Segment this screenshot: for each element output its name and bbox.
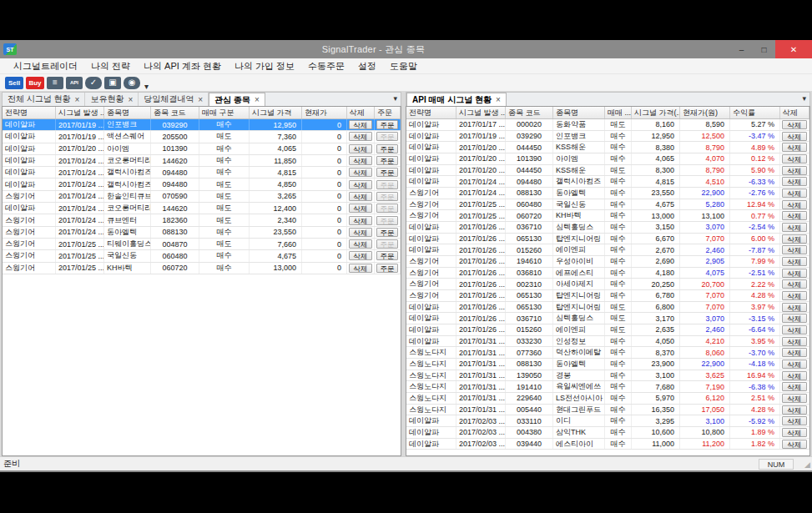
column-header[interactable]: 수익률 (730, 107, 780, 118)
tab-close-icon[interactable]: × (128, 95, 133, 104)
menu-item-0[interactable]: 시그널트레이더 (7, 58, 84, 74)
table-row[interactable]: 데이알파2017/01/19 ...액션스퀘어205500매도7,3600삭제주… (3, 131, 401, 143)
delete-button[interactable]: 삭제 (349, 168, 372, 177)
delete-button[interactable]: 삭제 (782, 394, 807, 403)
delete-button[interactable]: 삭제 (782, 337, 807, 346)
delete-button[interactable]: 삭제 (782, 303, 807, 312)
delete-button[interactable]: 삭제 (349, 204, 372, 213)
table-row[interactable]: 스윙기어2017/01/24 ...큐브엔터182360매도2,3400삭제주문 (3, 214, 401, 226)
tab-close-icon[interactable]: × (255, 95, 260, 104)
column-header[interactable]: 시그널 발생 ... (56, 107, 104, 118)
delete-button[interactable]: 삭제 (782, 405, 807, 415)
antenna-icon[interactable]: ◉ (124, 77, 140, 89)
tab-close-icon[interactable]: × (496, 95, 501, 104)
delete-button[interactable]: 삭제 (349, 144, 372, 153)
tab-close-icon[interactable]: × (75, 95, 80, 104)
tab-전체-시그널-현황[interactable]: 전체 시그널 현황× (3, 93, 85, 106)
delete-button[interactable]: 삭제 (782, 348, 807, 357)
table-row[interactable]: 데이알파2017/01/20 ...아이엠101390매수4,0650삭제주문 (3, 143, 401, 155)
table-row[interactable]: 데이알파2017/01/26 ...015260에이엔피매도2,6352,460… (406, 324, 809, 336)
delete-button[interactable]: 삭제 (782, 132, 807, 141)
table-row[interactable]: 데이알파2017/01/19 ...039290인포뱅크매수12,95012,5… (406, 131, 809, 143)
tab-보유현황[interactable]: 보유현황× (85, 93, 139, 106)
column-header[interactable]: 삭제 (780, 107, 809, 118)
table-row[interactable]: 스윙기어2017/01/25 ...국일신동060480매수4,6750삭제주문 (3, 250, 401, 262)
toolbar-overflow-icon[interactable]: ▾ (144, 83, 149, 91)
delete-button[interactable]: 삭제 (782, 143, 807, 152)
tab-list-dropdown-icon[interactable]: ▾ (802, 94, 806, 103)
menu-item-2[interactable]: 나의 API 계좌 현황 (137, 58, 228, 74)
table-row[interactable]: 스윙기어2017/01/26 ...036810에프에스티매수4,1804,07… (406, 268, 809, 279)
delete-button[interactable]: 삭제 (782, 211, 807, 220)
order-button[interactable]: 주문 (376, 251, 398, 260)
table-row[interactable]: 데이알파2017/01/26 ...036710심텍홀딩스매수3,1503,07… (406, 222, 809, 234)
column-header[interactable]: 시그널 가격(... (632, 107, 680, 118)
delete-button[interactable]: 삭제 (782, 189, 807, 198)
close-button[interactable]: ✕ (775, 40, 812, 58)
delete-button[interactable]: 삭제 (782, 166, 807, 175)
delete-button[interactable]: 삭제 (349, 156, 372, 165)
column-header[interactable]: 시그널 가격 (250, 107, 302, 118)
delete-button[interactable]: 삭제 (782, 269, 807, 278)
table-row[interactable]: 데이알파2017/02/03 ...004380삼익THK매수10,60010,… (406, 427, 809, 439)
tab-list-dropdown-icon[interactable]: ▾ (393, 94, 397, 103)
delete-button[interactable]: 삭제 (782, 245, 807, 254)
order-button[interactable]: 주문 (376, 156, 398, 165)
delete-button[interactable]: 삭제 (349, 264, 372, 273)
delete-button[interactable]: 삭제 (782, 416, 807, 425)
minimize-button[interactable]: – (730, 40, 753, 58)
table-row[interactable]: 데이알파2017/01/24 ...코오롱머티리얼144620매수11,8500… (3, 155, 401, 167)
delete-button[interactable]: 삭제 (782, 120, 807, 129)
table-row[interactable]: 스윙노다지2017/01/31 ...139050경봉매수3,1003,6251… (406, 370, 809, 382)
table-row[interactable]: 데이알파2017/01/20 ...044450KSS해운매도8,3008,79… (406, 165, 809, 177)
table-row[interactable]: 스윙기어2017/01/26 ...002310아세아제지매수20,25020,… (406, 279, 809, 290)
delete-button[interactable]: 삭제 (349, 216, 372, 225)
delete-button[interactable]: 삭제 (349, 239, 372, 249)
table-row[interactable]: 데이알파2017/01/26 ...036710심텍홀딩스매도3,1703,07… (406, 313, 809, 324)
table-row[interactable]: 데이알파2017/01/24 ...갤럭시아컴즈094480매수4,8150삭제… (3, 167, 401, 179)
tab-api-signal[interactable]: API 매매 시그널 현황× (406, 93, 507, 106)
order-button[interactable]: 주문 (376, 264, 398, 273)
menu-item-6[interactable]: 도움말 (383, 58, 424, 74)
table-row[interactable]: 스윙노다지2017/01/31 ...005440현대그린푸드매수16,3501… (406, 405, 809, 416)
delete-button[interactable]: 삭제 (349, 251, 372, 260)
delete-button[interactable]: 삭제 (782, 234, 807, 244)
order-button[interactable]: 주문 (376, 168, 398, 177)
table-row[interactable]: 스윙기어2017/01/25 ...060480국일신동매수4,6755,280… (406, 199, 809, 211)
delete-button[interactable]: 삭제 (782, 371, 807, 380)
table-row[interactable]: 스윙기어2017/01/25 ...060720KH바텍매수13,00013,1… (406, 210, 809, 222)
delete-button[interactable]: 삭제 (782, 325, 807, 334)
tab-관심-종목[interactable]: 관심 종목× (209, 93, 265, 106)
menu-item-4[interactable]: 수동주문 (301, 58, 351, 74)
table-row[interactable]: 스윙기어2017/01/26 ...194610우성아이비매수2,6902,90… (406, 256, 809, 268)
column-header[interactable]: 종목 코드 (506, 107, 553, 118)
delete-button[interactable]: 삭제 (782, 360, 807, 369)
order-button[interactable]: 주문 (376, 144, 398, 153)
column-header[interactable]: 종목명 (104, 107, 151, 118)
order-button[interactable]: 주문 (376, 228, 398, 237)
delete-button[interactable]: 삭제 (782, 440, 807, 449)
table-row[interactable]: 스윙노다지2017/01/31 ...088130동아엘텍매수23,90022,… (406, 359, 809, 370)
table-row[interactable]: 데이알파2017/01/24 ...094480갤럭시아컴즈매수4,8154,5… (406, 176, 809, 188)
table-row[interactable]: 스윙노다지2017/01/31 ...077360덕산하이메탈매수8,3708,… (406, 347, 809, 359)
table-row[interactable]: 데이알파2017/01/26 ...065130탑엔지니어링매수6,6707,0… (406, 234, 809, 245)
table-row[interactable]: 데이알파2017/01/31 ...033230인성정보매수4,0504,210… (406, 336, 809, 348)
delete-button[interactable]: 삭제 (349, 180, 372, 189)
delete-button[interactable]: 삭제 (349, 120, 372, 129)
column-header[interactable]: 매매 ... (605, 107, 632, 118)
table-row[interactable]: 데이알파2017/01/26 ...065130탑엔지니어링매도6,8007,0… (406, 302, 809, 314)
column-header[interactable]: 현재가 (302, 107, 347, 118)
resize-grip-icon[interactable]: ◢ (804, 460, 810, 469)
table-row[interactable]: 스윙기어2017/01/24 ...088130동아엘텍매수23,55022,9… (406, 188, 809, 199)
table-row[interactable]: 스윙기어2017/01/24 ...한솔인티큐브070590매도3,2650삭제… (3, 191, 401, 203)
table-row[interactable]: 데이알파2017/01/20 ...044450KSS해운매수8,3808,79… (406, 142, 809, 153)
delete-button[interactable]: 삭제 (782, 279, 807, 289)
delete-button[interactable]: 삭제 (782, 177, 807, 186)
table-row[interactable]: 스윙노다지2017/01/31 ...229640LS전선아시아매수5,9706… (406, 393, 809, 405)
menu-item-3[interactable]: 나의 가입 정보 (228, 58, 301, 74)
maximize-button[interactable]: □ (753, 40, 775, 58)
table-row[interactable]: 스윙기어2017/01/24 ...동아엘텍088130매수23,5500삭제주… (3, 227, 401, 239)
column-header[interactable]: 매매 구분 (199, 107, 250, 118)
menu-item-5[interactable]: 설정 (351, 58, 383, 74)
table-row[interactable]: 데이알파2017/01/24 ...갤럭시아컴즈094480매도4,8500삭제… (3, 179, 401, 190)
